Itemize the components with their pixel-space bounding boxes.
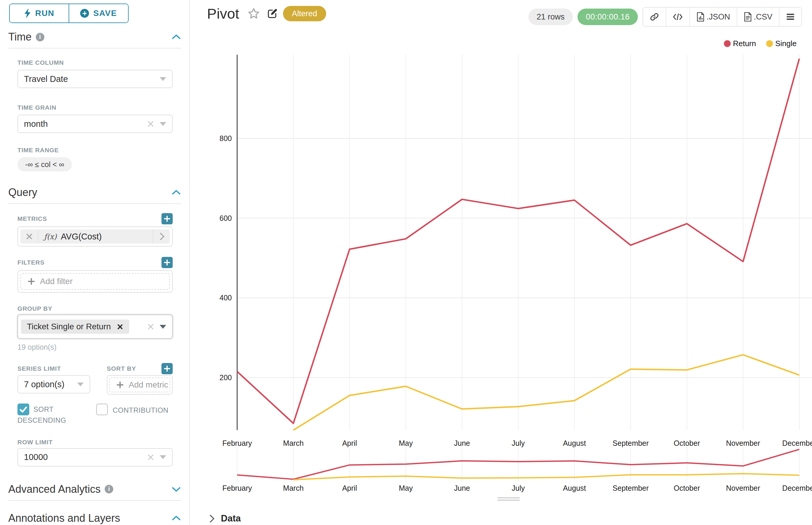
chevron-up-icon[interactable] [172, 190, 181, 195]
line-chart[interactable]: 200400600800FebruaryMarchAprilMayJuneJul… [207, 50, 812, 451]
group-by-tag[interactable]: Ticket Single or Return [21, 319, 129, 334]
y-axis-tick-label: 800 [219, 134, 232, 142]
data-panel-toggle[interactable]: Data [208, 513, 241, 524]
time-grain-value: month [24, 119, 48, 129]
chevron-down-icon[interactable] [172, 486, 181, 492]
legend-item-return[interactable]: Return [724, 39, 756, 48]
caret-down-icon [160, 77, 166, 81]
plus-icon [116, 381, 124, 389]
group-by-label: GROUP BY [17, 305, 173, 312]
caret-down-icon [160, 122, 166, 126]
metric-pill[interactable]: ƒ(x) AVG(Cost) [20, 229, 170, 244]
lightning-icon [24, 8, 31, 18]
caret-down-icon [77, 382, 84, 386]
time-column-value: Travel Date [24, 74, 68, 84]
add-filter-label: Add filter [40, 277, 73, 286]
series-limit-select[interactable]: 7 option(s) [17, 375, 90, 393]
time-section-header[interactable]: Time [8, 30, 181, 44]
plus-circle-icon [80, 9, 89, 18]
y-axis-tick-label: 600 [219, 214, 232, 222]
more-options-button[interactable] [779, 8, 801, 26]
add-filter-button[interactable]: Add filter [20, 273, 170, 290]
run-button[interactable]: RUN [10, 4, 69, 22]
embed-code-button[interactable] [666, 8, 689, 26]
save-button-label: SAVE [93, 9, 117, 18]
section-divider [8, 48, 181, 48]
copy-link-button[interactable] [643, 8, 666, 26]
metric-expand-control[interactable] [152, 229, 170, 244]
chart-header: Pivot Altered [207, 5, 326, 22]
filters-label: FILTERS [17, 259, 45, 266]
single-legend-dot [766, 40, 773, 47]
mini-x-axis-label: July [512, 484, 525, 492]
contribution-checkbox[interactable] [96, 404, 108, 415]
query-section-title: Query [8, 186, 37, 199]
chevron-up-icon[interactable] [172, 515, 181, 521]
chevron-right-icon [157, 232, 164, 240]
y-axis-tick-label: 200 [219, 373, 232, 381]
single-series-line[interactable] [293, 355, 799, 430]
section-divider [8, 500, 181, 501]
advanced-analytics-section-header[interactable]: Advanced Analytics [8, 482, 181, 496]
metrics-box: ƒ(x) AVG(Cost) [17, 226, 173, 246]
row-limit-select[interactable]: 10000 [17, 448, 173, 466]
panel-resize-handle[interactable] [497, 497, 520, 502]
return-legend-label: Return [733, 39, 756, 48]
clear-icon[interactable] [147, 323, 154, 330]
run-save-button-group: RUN SAVE [9, 3, 129, 23]
section-divider [8, 204, 181, 204]
caret-down-icon [160, 455, 166, 459]
export-csv-label: .CSV [754, 12, 772, 21]
control-panel-sidebar: RUN SAVE Time TIME COLUMN Travel Date TI… [0, 0, 190, 525]
mini-chart-brush[interactable] [207, 445, 812, 483]
chevron-up-icon[interactable] [172, 34, 181, 40]
caret-down-icon [160, 325, 166, 329]
export-button-group: .JSON .CSV [643, 7, 802, 27]
group-by-tag-label: Ticket Single or Return [27, 322, 111, 331]
star-icon[interactable] [248, 7, 260, 20]
altered-badge[interactable]: Altered [283, 6, 326, 21]
time-column-select[interactable]: Travel Date [17, 70, 173, 88]
sort-descending-checkbox[interactable] [17, 404, 29, 415]
remove-tag-icon[interactable] [117, 324, 123, 330]
info-icon [105, 485, 113, 493]
clear-icon[interactable] [147, 120, 154, 128]
code-icon [673, 12, 683, 21]
mini-chart-preview[interactable]: FebruaryMarchAprilMayJuneJulyAugustSepte… [207, 445, 812, 494]
y-axis-tick-label: 400 [219, 294, 232, 302]
export-json-button[interactable]: .JSON [689, 8, 737, 26]
query-section-header[interactable]: Query [8, 186, 181, 199]
annotations-title: Annotations and Layers [8, 512, 120, 524]
chart-toolbar: 21 rows 00:00:00.16 . [528, 7, 802, 27]
contribution-label: CONTRIBUTION [113, 405, 168, 416]
drag-handle-bar [497, 499, 520, 501]
export-json-label: .JSON [706, 12, 730, 21]
mini-x-axis-label: November [726, 484, 760, 492]
group-by-select[interactable]: Ticket Single or Return [17, 315, 173, 339]
export-csv-button[interactable]: .CSV [737, 8, 779, 26]
remove-metric-icon[interactable] [25, 232, 33, 240]
series-limit-value: 7 option(s) [24, 379, 64, 389]
mini-x-axis-label: April [342, 484, 357, 492]
advanced-analytics-title: Advanced Analytics [8, 483, 101, 495]
data-panel-label: Data [221, 513, 241, 524]
row-count-badge: 21 rows [528, 9, 573, 25]
drag-handle-bar [497, 497, 520, 498]
add-metric-plus-button[interactable] [161, 213, 173, 224]
time-range-pill[interactable]: -∞ ≤ col < ∞ [17, 157, 72, 171]
add-filter-plus-button[interactable] [161, 257, 173, 268]
link-icon [650, 12, 659, 21]
time-column-label: TIME COLUMN [17, 59, 173, 66]
annotations-section-header[interactable]: Annotations and Layers [8, 511, 181, 525]
edit-icon[interactable] [266, 8, 278, 19]
mini-x-axis-label: December [782, 484, 812, 492]
add-sort-metric-button[interactable]: Add metric [109, 377, 170, 392]
series-limit-label: SERIES LIMIT [17, 363, 90, 375]
mini-x-axis-label: March [283, 484, 304, 492]
time-grain-label: TIME GRAIN [17, 104, 173, 111]
save-button[interactable]: SAVE [69, 4, 128, 22]
legend-item-single[interactable]: Single [766, 39, 797, 48]
time-grain-select[interactable]: month [17, 115, 173, 133]
clear-icon[interactable] [147, 453, 154, 461]
add-sort-metric-plus-button[interactable] [161, 363, 173, 374]
